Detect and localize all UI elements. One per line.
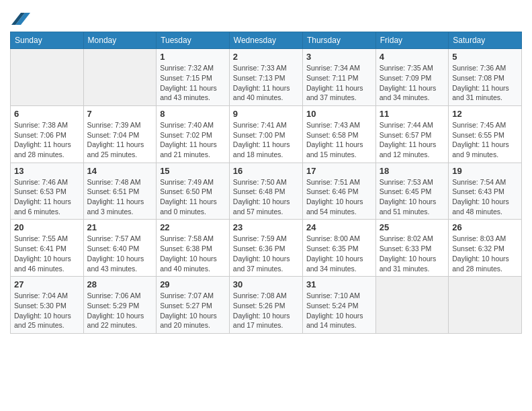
day-cell: 6Sunrise: 7:38 AM Sunset: 7:06 PM Daylig… — [11, 105, 84, 163]
day-info: Sunrise: 7:51 AM Sunset: 6:46 PM Dayligh… — [306, 177, 372, 217]
calendar: SundayMondayTuesdayWednesdayThursdayFrid… — [10, 32, 522, 334]
day-cell: 19Sunrise: 7:54 AM Sunset: 6:43 PM Dayli… — [449, 163, 522, 220]
day-info: Sunrise: 7:50 AM Sunset: 6:48 PM Dayligh… — [233, 177, 299, 217]
day-cell — [11, 49, 84, 106]
day-number: 17 — [306, 166, 372, 176]
day-cell: 23Sunrise: 7:59 AM Sunset: 6:36 PM Dayli… — [229, 220, 302, 277]
day-number: 28 — [87, 279, 153, 289]
day-cell — [449, 277, 522, 334]
day-info: Sunrise: 7:10 AM Sunset: 5:24 PM Dayligh… — [306, 291, 372, 330]
day-cell: 20Sunrise: 7:55 AM Sunset: 6:41 PM Dayli… — [11, 220, 84, 277]
day-info: Sunrise: 7:59 AM Sunset: 6:36 PM Dayligh… — [233, 234, 299, 273]
day-info: Sunrise: 7:06 AM Sunset: 5:29 PM Dayligh… — [87, 291, 153, 330]
day-number: 26 — [452, 222, 518, 232]
day-number: 12 — [452, 109, 518, 119]
day-number: 21 — [87, 222, 153, 232]
logo-icon — [11, 13, 30, 25]
day-number: 7 — [87, 109, 153, 119]
week-row-1: 1Sunrise: 7:32 AM Sunset: 7:15 PM Daylig… — [11, 49, 522, 106]
day-cell: 15Sunrise: 7:49 AM Sunset: 6:50 PM Dayli… — [157, 163, 230, 220]
day-cell: 5Sunrise: 7:36 AM Sunset: 7:08 PM Daylig… — [449, 49, 522, 106]
day-number: 19 — [452, 166, 518, 176]
day-info: Sunrise: 7:58 AM Sunset: 6:38 PM Dayligh… — [160, 234, 226, 273]
day-info: Sunrise: 7:45 AM Sunset: 6:55 PM Dayligh… — [452, 120, 518, 160]
day-info: Sunrise: 7:34 AM Sunset: 7:11 PM Dayligh… — [306, 63, 372, 103]
day-cell: 13Sunrise: 7:46 AM Sunset: 6:53 PM Dayli… — [11, 163, 84, 220]
day-number: 24 — [306, 222, 372, 232]
day-info: Sunrise: 7:43 AM Sunset: 6:58 PM Dayligh… — [306, 120, 372, 160]
day-info: Sunrise: 7:04 AM Sunset: 5:30 PM Dayligh… — [14, 291, 80, 330]
day-info: Sunrise: 7:53 AM Sunset: 6:45 PM Dayligh… — [380, 177, 445, 217]
day-info: Sunrise: 8:02 AM Sunset: 6:33 PM Dayligh… — [380, 234, 445, 273]
day-info: Sunrise: 7:40 AM Sunset: 7:02 PM Dayligh… — [160, 120, 226, 160]
week-row-5: 27Sunrise: 7:04 AM Sunset: 5:30 PM Dayli… — [11, 277, 522, 334]
day-cell: 12Sunrise: 7:45 AM Sunset: 6:55 PM Dayli… — [449, 105, 522, 163]
day-cell: 10Sunrise: 7:43 AM Sunset: 6:58 PM Dayli… — [302, 105, 375, 163]
day-info: Sunrise: 7:07 AM Sunset: 5:27 PM Dayligh… — [160, 291, 226, 330]
day-cell: 25Sunrise: 8:02 AM Sunset: 6:33 PM Dayli… — [375, 220, 449, 277]
day-cell: 4Sunrise: 7:35 AM Sunset: 7:09 PM Daylig… — [375, 49, 449, 106]
day-cell: 17Sunrise: 7:51 AM Sunset: 6:46 PM Dayli… — [302, 163, 375, 220]
day-number: 13 — [14, 166, 80, 176]
day-info: Sunrise: 7:39 AM Sunset: 7:04 PM Dayligh… — [87, 120, 153, 160]
day-number: 30 — [233, 279, 299, 289]
day-number: 16 — [233, 166, 299, 176]
day-info: Sunrise: 7:49 AM Sunset: 6:50 PM Dayligh… — [160, 177, 226, 217]
day-info: Sunrise: 7:08 AM Sunset: 5:26 PM Dayligh… — [233, 291, 299, 330]
day-cell: 24Sunrise: 8:00 AM Sunset: 6:35 PM Dayli… — [302, 220, 375, 277]
week-row-2: 6Sunrise: 7:38 AM Sunset: 7:06 PM Daylig… — [11, 105, 522, 163]
day-info: Sunrise: 7:33 AM Sunset: 7:13 PM Dayligh… — [233, 63, 299, 103]
weekday-thursday: Thursday — [302, 32, 375, 49]
day-cell: 11Sunrise: 7:44 AM Sunset: 6:57 PM Dayli… — [375, 105, 449, 163]
weekday-sunday: Sunday — [11, 32, 84, 49]
day-cell: 1Sunrise: 7:32 AM Sunset: 7:15 PM Daylig… — [157, 49, 230, 106]
day-cell: 22Sunrise: 7:58 AM Sunset: 6:38 PM Dayli… — [157, 220, 230, 277]
day-cell: 29Sunrise: 7:07 AM Sunset: 5:27 PM Dayli… — [157, 277, 230, 334]
day-info: Sunrise: 8:03 AM Sunset: 6:32 PM Dayligh… — [452, 234, 518, 273]
weekday-saturday: Saturday — [449, 32, 522, 49]
day-number: 6 — [14, 109, 80, 119]
day-cell: 30Sunrise: 7:08 AM Sunset: 5:26 PM Dayli… — [229, 277, 302, 334]
day-cell — [83, 49, 157, 106]
day-info: Sunrise: 7:44 AM Sunset: 6:57 PM Dayligh… — [380, 120, 445, 160]
day-info: Sunrise: 8:00 AM Sunset: 6:35 PM Dayligh… — [306, 234, 372, 273]
day-number: 14 — [87, 166, 153, 176]
day-info: Sunrise: 7:57 AM Sunset: 6:40 PM Dayligh… — [87, 234, 153, 273]
day-cell: 21Sunrise: 7:57 AM Sunset: 6:40 PM Dayli… — [83, 220, 157, 277]
day-info: Sunrise: 7:32 AM Sunset: 7:15 PM Dayligh… — [160, 63, 226, 103]
day-info: Sunrise: 7:54 AM Sunset: 6:43 PM Dayligh… — [452, 177, 518, 217]
day-info: Sunrise: 7:55 AM Sunset: 6:41 PM Dayligh… — [14, 234, 80, 273]
day-cell: 3Sunrise: 7:34 AM Sunset: 7:11 PM Daylig… — [302, 49, 375, 106]
day-number: 29 — [160, 279, 226, 289]
day-cell: 18Sunrise: 7:53 AM Sunset: 6:45 PM Dayli… — [375, 163, 449, 220]
day-number: 31 — [306, 279, 372, 289]
day-number: 18 — [380, 166, 445, 176]
day-number: 22 — [160, 222, 226, 232]
day-cell: 7Sunrise: 7:39 AM Sunset: 7:04 PM Daylig… — [83, 105, 157, 163]
day-number: 10 — [306, 109, 372, 119]
weekday-friday: Friday — [375, 32, 449, 49]
day-number: 15 — [160, 166, 226, 176]
day-info: Sunrise: 7:46 AM Sunset: 6:53 PM Dayligh… — [14, 177, 80, 217]
day-cell: 27Sunrise: 7:04 AM Sunset: 5:30 PM Dayli… — [11, 277, 84, 334]
day-number: 23 — [233, 222, 299, 232]
day-number: 8 — [160, 109, 226, 119]
day-cell: 2Sunrise: 7:33 AM Sunset: 7:13 PM Daylig… — [229, 49, 302, 106]
day-info: Sunrise: 7:35 AM Sunset: 7:09 PM Dayligh… — [380, 63, 445, 103]
weekday-wednesday: Wednesday — [229, 32, 302, 49]
header — [10, 7, 522, 26]
day-cell: 9Sunrise: 7:41 AM Sunset: 7:00 PM Daylig… — [229, 105, 302, 163]
day-cell: 8Sunrise: 7:40 AM Sunset: 7:02 PM Daylig… — [157, 105, 230, 163]
day-info: Sunrise: 7:48 AM Sunset: 6:51 PM Dayligh… — [87, 177, 153, 217]
day-cell: 31Sunrise: 7:10 AM Sunset: 5:24 PM Dayli… — [302, 277, 375, 334]
day-cell — [375, 277, 449, 334]
logo — [10, 10, 33, 26]
day-number: 3 — [306, 52, 372, 62]
day-number: 25 — [380, 222, 445, 232]
logo-text — [10, 10, 32, 26]
weekday-header-row: SundayMondayTuesdayWednesdayThursdayFrid… — [11, 32, 522, 49]
week-row-3: 13Sunrise: 7:46 AM Sunset: 6:53 PM Dayli… — [11, 163, 522, 220]
day-number: 2 — [233, 52, 299, 62]
day-info: Sunrise: 7:38 AM Sunset: 7:06 PM Dayligh… — [14, 120, 80, 160]
day-cell: 16Sunrise: 7:50 AM Sunset: 6:48 PM Dayli… — [229, 163, 302, 220]
